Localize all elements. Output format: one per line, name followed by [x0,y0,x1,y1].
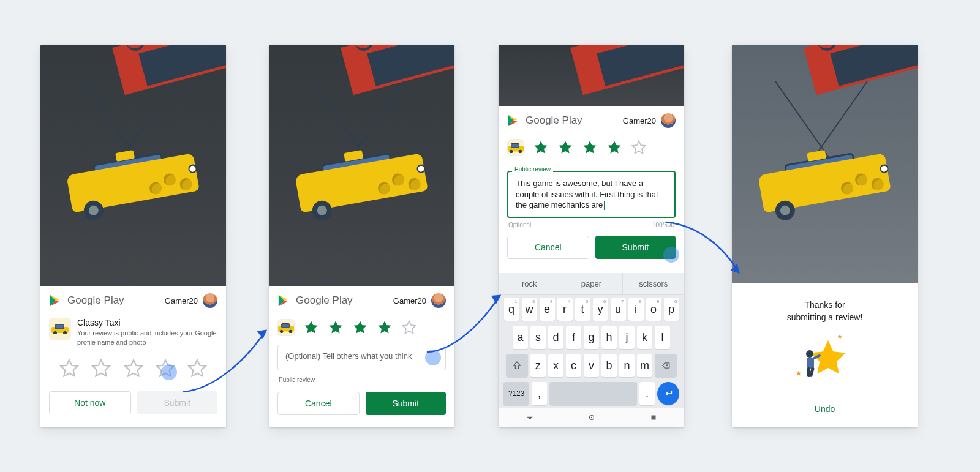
not-now-button[interactable]: Not now [49,391,131,414]
key-j[interactable]: j [619,326,635,349]
soft-keyboard[interactable]: rock paper scissors q1w2e3r4t5y6u7i8o9p0… [499,273,684,427]
google-play-logo: Google Play [507,114,582,127]
comma-key[interactable]: , [532,382,547,405]
helper-text: Public review [269,373,454,392]
thanks-sheet: Thanks forsubmitting a review! Undo [732,283,918,427]
flow-arrow-3 [662,217,744,279]
key-i[interactable]: i8 [628,298,644,321]
thanks-illustration [801,337,850,386]
helper-optional: Optional [508,222,531,228]
shift-key[interactable] [506,354,528,377]
flow-arrow-1 [178,324,273,398]
google-play-logo: Google Play [49,294,124,307]
key-k[interactable]: k [637,326,652,349]
app-icon [277,319,295,336]
app-icon [507,139,524,156]
user-avatar [203,293,217,308]
review-placeholder: (Optional) Tell others what you think [277,345,446,370]
key-d[interactable]: d [548,326,564,349]
username: Gamer20 [165,296,198,305]
key-p[interactable]: p0 [664,298,679,321]
svg-point-5 [590,417,592,418]
cancel-button[interactable]: Cancel [507,236,589,259]
submit-button[interactable]: Submit [366,392,447,415]
key-w[interactable]: w2 [522,298,537,321]
platform-label: Google Play [526,114,582,127]
svg-point-7 [806,350,813,358]
nav-recent-icon[interactable] [649,413,658,422]
nav-back-icon[interactable] [526,413,534,422]
screen-write-review: Google Play Gamer20 (Optional) Tell othe… [269,45,454,427]
key-g[interactable]: g [584,326,599,349]
key-x[interactable]: x [548,354,564,377]
suggestion-1[interactable]: rock [499,273,560,294]
key-o[interactable]: o9 [646,298,662,321]
star-rating-4of5[interactable] [499,133,684,165]
key-m[interactable]: m [637,354,652,377]
key-v[interactable]: v [584,354,599,377]
flow-arrow-2 [423,291,505,358]
thanks-message: Thanks forsubmitting a review! [787,299,863,323]
svg-rect-11 [812,354,821,360]
platform-label: Google Play [296,294,353,307]
key-t[interactable]: t5 [575,298,590,321]
backspace-key[interactable] [655,354,677,377]
review-textarea[interactable]: Public review This game is awesome, but … [499,165,684,219]
game-background [499,45,684,106]
key-s[interactable]: s [530,326,546,349]
keyboard-suggestions[interactable]: rock paper scissors [499,273,684,295]
app-icon [49,318,71,340]
android-navbar[interactable] [499,408,684,427]
key-h[interactable]: h [601,326,617,349]
key-z[interactable]: z [530,354,546,377]
key-b[interactable]: b [601,354,617,377]
key-r[interactable]: r4 [557,298,573,321]
key-u[interactable]: u7 [611,298,626,321]
space-key[interactable] [549,382,637,405]
undo-button[interactable]: Undo [815,404,835,414]
game-background [40,45,226,286]
user-avatar [661,113,676,128]
key-e[interactable]: e3 [540,298,555,321]
key-n[interactable]: n [619,354,635,377]
platform-label: Google Play [67,294,124,307]
cancel-button[interactable]: Cancel [277,392,360,415]
game-background-clear [732,45,918,283]
period-key[interactable]: . [639,382,655,405]
review-field-label: Public review [512,166,553,173]
key-l[interactable]: l [655,326,670,349]
key-q[interactable]: q1 [504,298,519,321]
key-f[interactable]: f [566,326,581,349]
screen-typing-review: Google Play Gamer20 Public review This g… [499,45,684,427]
nav-home-icon[interactable] [587,413,596,422]
google-play-logo: Google Play [277,294,353,307]
username: Gamer20 [393,296,426,305]
symbols-key[interactable]: ?123 [503,382,529,405]
review-sheet-expanded: Google Play Gamer20 Public review This g… [499,106,684,427]
key-y[interactable]: y6 [593,298,608,321]
enter-key[interactable] [657,382,679,405]
username: Gamer20 [623,116,656,125]
svg-rect-6 [651,416,655,420]
svg-rect-8 [807,358,814,369]
review-text-value: This game is awesome, but I have a coupl… [516,179,658,209]
key-a[interactable]: a [513,326,528,349]
key-c[interactable]: c [566,354,581,377]
suggestion-2[interactable]: paper [560,273,622,294]
game-background [269,45,454,286]
screen-thanks: Thanks forsubmitting a review! Undo [732,45,918,427]
